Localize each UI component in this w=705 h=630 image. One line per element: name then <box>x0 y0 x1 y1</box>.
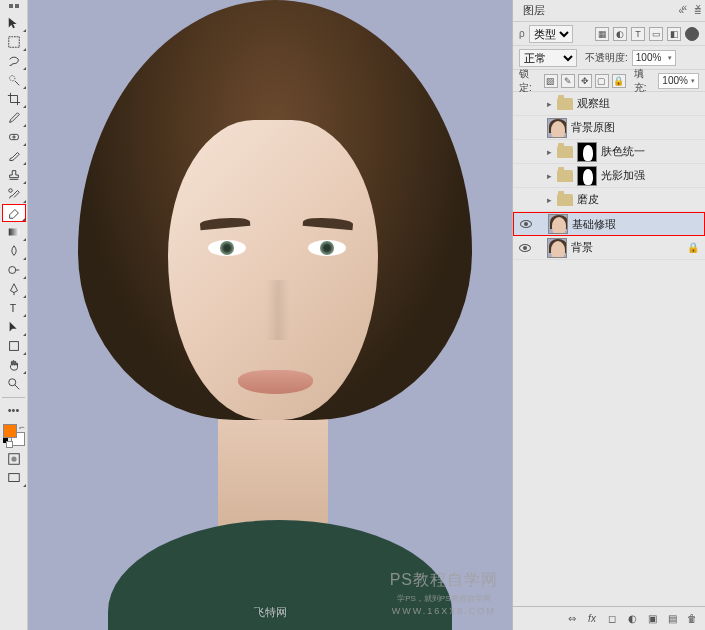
layer-row[interactable]: 背景🔒 <box>513 236 705 260</box>
watermark-sub: 学PS，就到PS教程自学网 <box>390 593 498 604</box>
dodge-tool[interactable] <box>2 261 26 279</box>
quick-mask-tool[interactable] <box>2 450 26 468</box>
folder-icon <box>557 170 573 182</box>
lock-position-icon[interactable]: ✥ <box>578 74 592 88</box>
default-colors-icon[interactable] <box>3 438 11 446</box>
link-layers-icon[interactable]: ⇔ <box>565 612 579 626</box>
fill-input[interactable]: 100%▾ <box>658 73 699 89</box>
layer-thumbnail[interactable] <box>548 214 568 234</box>
opacity-label: 不透明度: <box>585 51 628 65</box>
layer-row[interactable]: ▸观察组 <box>513 92 705 116</box>
folder-icon <box>557 146 573 158</box>
visibility-toggle[interactable] <box>514 220 538 228</box>
layers-tab[interactable]: 图层 <box>517 0 551 21</box>
crop-tool[interactable] <box>2 90 26 108</box>
svg-rect-4 <box>8 229 19 236</box>
zoom-tool[interactable] <box>2 375 26 393</box>
eye-icon <box>519 244 531 252</box>
svg-text:T: T <box>9 302 16 314</box>
blend-mode-select[interactable]: 正常 <box>519 49 577 67</box>
lock-label: 锁定: <box>519 67 540 95</box>
layer-row[interactable]: ▸肤色统一 <box>513 140 705 164</box>
layer-name[interactable]: 观察组 <box>577 96 699 111</box>
search-kind-icon[interactable]: ρ <box>519 28 525 39</box>
visibility-toggle[interactable] <box>513 244 537 252</box>
stamp-tool[interactable] <box>2 166 26 184</box>
marquee-tool[interactable] <box>2 33 26 51</box>
collapse-panel-icon[interactable]: « <box>682 2 688 13</box>
color-swatches[interactable]: ⤺ <box>3 424 25 446</box>
folder-icon <box>557 98 573 110</box>
swap-colors-icon[interactable]: ⤺ <box>19 424 25 432</box>
new-layer-icon[interactable]: ▤ <box>665 612 679 626</box>
lock-all-icon[interactable]: 🔒 <box>612 74 626 88</box>
layer-name[interactable]: 背景 <box>571 240 687 255</box>
lock-transparent-icon[interactable]: ▨ <box>544 74 558 88</box>
layer-name[interactable]: 基础修瑕 <box>572 217 698 232</box>
delete-layer-icon[interactable]: 🗑 <box>685 612 699 626</box>
brush-tool[interactable] <box>2 147 26 165</box>
layer-thumbnail[interactable] <box>547 118 567 138</box>
layer-row[interactable]: 背景原图 <box>513 116 705 140</box>
filter-pixel-icon[interactable]: ▦ <box>595 27 609 41</box>
mask-thumbnail[interactable] <box>577 166 597 186</box>
layer-thumbnail[interactable] <box>547 238 567 258</box>
edit-toolbar[interactable]: ••• <box>2 401 26 419</box>
eyedropper-tool[interactable] <box>2 109 26 127</box>
layer-name[interactable]: 背景原图 <box>571 120 699 135</box>
healing-brush-tool[interactable] <box>2 128 26 146</box>
shape-tool[interactable] <box>2 337 26 355</box>
filter-type-select[interactable]: 类型 <box>529 25 573 43</box>
watermark-center: 飞特网 <box>254 605 287 620</box>
history-brush-tool[interactable] <box>2 185 26 203</box>
svg-point-3 <box>8 189 12 193</box>
pen-tool[interactable] <box>2 280 26 298</box>
layers-panel: 图层 « ≡ ρ 类型 ▦ ◐ T ▭ ◧ 正常 不透明度: 100%▾ 锁定:… <box>512 0 705 630</box>
quick-select-tool[interactable] <box>2 71 26 89</box>
watermark-right: PS教程自学网 学PS，就到PS教程自学网 WWW.16XX8.COM <box>390 570 498 616</box>
filter-smart-icon[interactable]: ◧ <box>667 27 681 41</box>
expand-icon[interactable]: ▸ <box>547 171 555 181</box>
lock-icon: 🔒 <box>687 242 699 253</box>
layer-row[interactable]: ▸光影加强 <box>513 164 705 188</box>
gradient-tool[interactable] <box>2 223 26 241</box>
portrait-image <box>28 0 512 630</box>
lock-pixels-icon[interactable]: ✎ <box>561 74 575 88</box>
expand-icon[interactable]: ▸ <box>547 99 555 109</box>
filter-shape-icon[interactable]: ▭ <box>649 27 663 41</box>
path-select-tool[interactable] <box>2 318 26 336</box>
expand-icon[interactable]: ▸ <box>547 147 555 157</box>
expand-icon[interactable]: ▸ <box>547 195 555 205</box>
document-canvas[interactable]: 飞特网 PS教程自学网 学PS，就到PS教程自学网 WWW.16XX8.COM <box>28 0 512 630</box>
screen-mode-tool[interactable] <box>2 469 26 487</box>
filter-toggle-icon[interactable] <box>685 27 699 41</box>
adjustment-layer-icon[interactable]: ◐ <box>625 612 639 626</box>
svg-point-8 <box>8 379 15 386</box>
filter-adjust-icon[interactable]: ◐ <box>613 27 627 41</box>
layer-name[interactable]: 肤色统一 <box>601 144 699 159</box>
layer-name[interactable]: 磨皮 <box>577 192 699 207</box>
add-mask-icon[interactable]: ◻ <box>605 612 619 626</box>
blur-tool[interactable] <box>2 242 26 260</box>
opacity-input[interactable]: 100%▾ <box>632 50 676 66</box>
svg-rect-7 <box>9 342 18 351</box>
filter-type-icon[interactable]: T <box>631 27 645 41</box>
layer-row[interactable]: 基础修瑕 <box>513 212 705 236</box>
fill-label: 填充: <box>634 67 655 95</box>
hand-tool[interactable] <box>2 356 26 374</box>
folder-icon <box>557 194 573 206</box>
type-tool[interactable]: T <box>2 299 26 317</box>
lock-artboard-icon[interactable]: ▢ <box>595 74 609 88</box>
tools-toolbar: T ••• ⤺ <box>0 0 28 630</box>
lasso-tool[interactable] <box>2 52 26 70</box>
fx-icon[interactable]: fx <box>585 612 599 626</box>
mask-thumbnail[interactable] <box>577 142 597 162</box>
watermark-title: PS教程自学网 <box>390 570 498 591</box>
foreground-color[interactable] <box>3 424 17 438</box>
eraser-tool[interactable] <box>2 204 26 222</box>
group-icon[interactable]: ▣ <box>645 612 659 626</box>
layer-name[interactable]: 光影加强 <box>601 168 699 183</box>
move-tool[interactable] <box>2 14 26 32</box>
layer-row[interactable]: ▸磨皮 <box>513 188 705 212</box>
close-panel-icon[interactable]: × <box>695 2 701 13</box>
